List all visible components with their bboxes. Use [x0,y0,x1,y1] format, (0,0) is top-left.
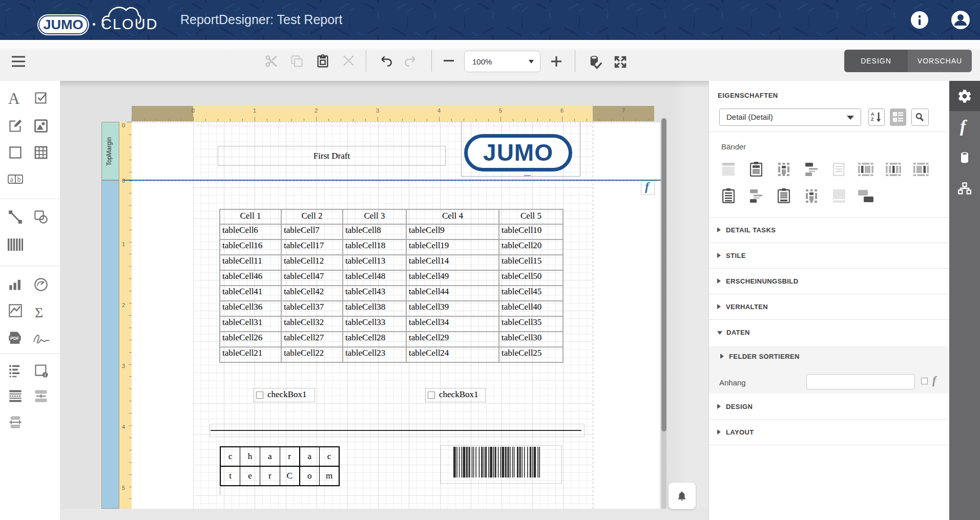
svg-text:A: A [871,112,874,117]
svg-text:PDF: PDF [10,336,19,341]
svg-text:a: a [10,176,14,183]
svg-text:b: b [17,176,21,183]
svg-text:Z: Z [871,117,874,122]
